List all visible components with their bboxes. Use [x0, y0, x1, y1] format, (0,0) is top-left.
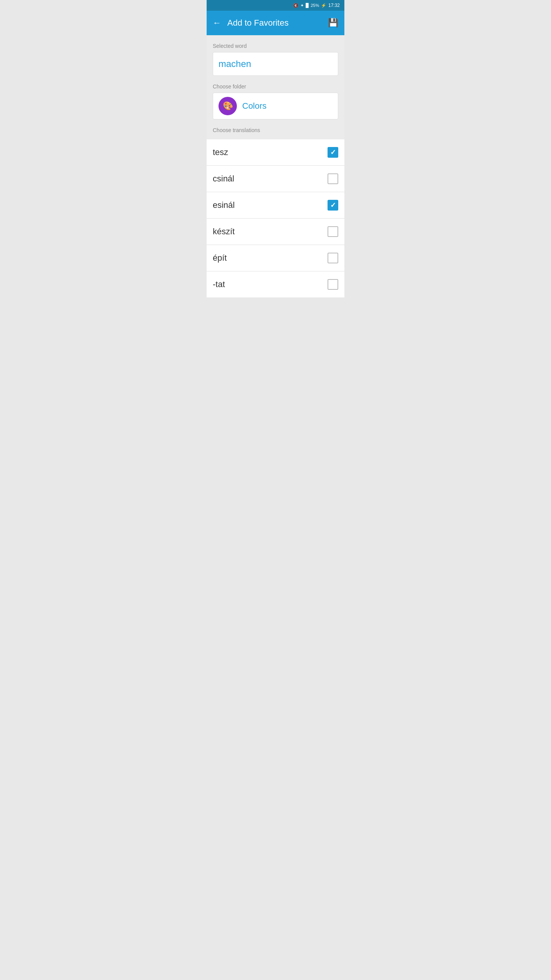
- translations-list: teszcsinálesinálkészítépít-tat: [207, 139, 344, 297]
- word-input-box: machen: [213, 52, 338, 76]
- mute-icon: 🔇: [293, 3, 298, 8]
- translation-checkbox[interactable]: [328, 253, 338, 263]
- translation-word: esinál: [213, 200, 235, 210]
- translation-word: épít: [213, 253, 227, 263]
- translation-word: csinál: [213, 174, 234, 184]
- bluetooth-icon: ✦: [300, 3, 304, 8]
- status-bar: 🔇 ✦ ▉ 25% ⚡ 17:32: [207, 0, 344, 11]
- translation-checkbox[interactable]: [328, 200, 338, 211]
- content-area: Selected word machen Choose folder 🎨 Col…: [207, 35, 344, 139]
- translation-item[interactable]: -tat: [207, 271, 344, 297]
- translation-word: -tat: [213, 279, 225, 289]
- translation-item[interactable]: épít: [207, 245, 344, 271]
- signal-icon: ▉: [306, 3, 309, 8]
- folder-label: Choose folder: [213, 83, 338, 90]
- battery-percentage: 25%: [311, 3, 319, 8]
- status-icons: 🔇 ✦ ▉ 25% ⚡ 17:32: [293, 3, 340, 8]
- battery-icon: ⚡: [321, 3, 326, 8]
- palette-icon: 🎨: [223, 101, 233, 111]
- folder-selector[interactable]: 🎨 Colors: [213, 93, 338, 119]
- page-title: Add to Favorites: [227, 18, 289, 28]
- translation-checkbox[interactable]: [328, 226, 338, 237]
- translations-label: Choose translations: [213, 127, 338, 133]
- save-button[interactable]: 💾: [328, 18, 338, 28]
- folder-name: Colors: [242, 101, 267, 111]
- selected-word-label: Selected word: [213, 43, 338, 49]
- translation-checkbox[interactable]: [328, 279, 338, 290]
- app-bar: ← Add to Favorites 💾: [207, 11, 344, 35]
- translation-item[interactable]: esinál: [207, 192, 344, 219]
- translation-checkbox[interactable]: [328, 173, 338, 184]
- back-button[interactable]: ←: [213, 18, 221, 28]
- translation-checkbox[interactable]: [328, 147, 338, 158]
- translation-item[interactable]: készít: [207, 219, 344, 245]
- translation-item[interactable]: csinál: [207, 166, 344, 192]
- app-bar-left: ← Add to Favorites: [213, 18, 289, 28]
- translation-item[interactable]: tesz: [207, 139, 344, 166]
- translation-word: készít: [213, 227, 235, 237]
- selected-word-value: machen: [218, 59, 251, 69]
- folder-icon-circle: 🎨: [218, 97, 237, 115]
- status-time: 17:32: [328, 3, 340, 8]
- translation-word: tesz: [213, 147, 228, 157]
